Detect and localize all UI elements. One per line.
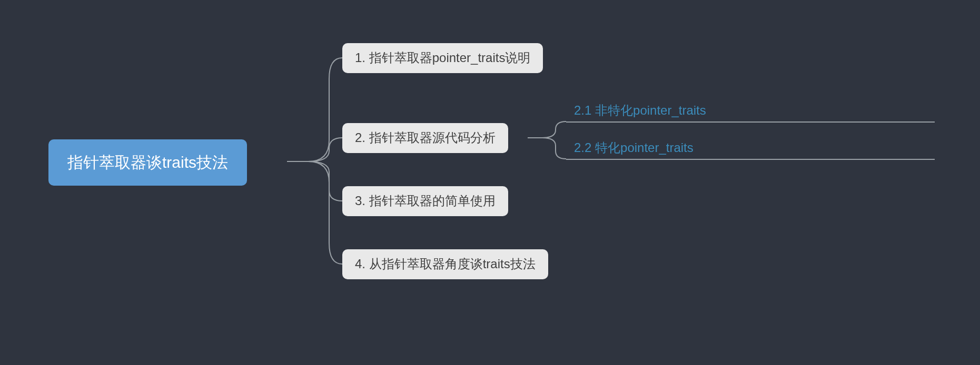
child-node-1[interactable]: 1. 指针萃取器pointer_traits说明: [342, 43, 543, 73]
leaf-1-label: 2.1 非特化pointer_traits: [574, 103, 706, 117]
child-3-label: 3. 指针萃取器的简单使用: [355, 194, 496, 208]
leaf-2-underline: [566, 159, 935, 160]
child-2-label: 2. 指针萃取器源代码分析: [355, 130, 496, 145]
root-node[interactable]: 指针萃取器谈traits技法: [48, 139, 247, 186]
leaf-1-underline: [566, 121, 935, 123]
leaf-2-label: 2.2 特化pointer_traits: [574, 140, 694, 155]
root-label: 指针萃取器谈traits技法: [67, 154, 228, 171]
child-node-3[interactable]: 3. 指针萃取器的简单使用: [342, 186, 508, 216]
child-4-label: 4. 从指针萃取器角度谈traits技法: [355, 257, 536, 271]
child-1-label: 1. 指针萃取器pointer_traits说明: [355, 50, 530, 65]
child-node-2[interactable]: 2. 指针萃取器源代码分析: [342, 123, 508, 153]
child-node-4[interactable]: 4. 从指针萃取器角度谈traits技法: [342, 249, 548, 279]
leaf-node-2[interactable]: 2.2 特化pointer_traits: [574, 140, 694, 156]
leaf-node-1[interactable]: 2.1 非特化pointer_traits: [574, 103, 706, 118]
